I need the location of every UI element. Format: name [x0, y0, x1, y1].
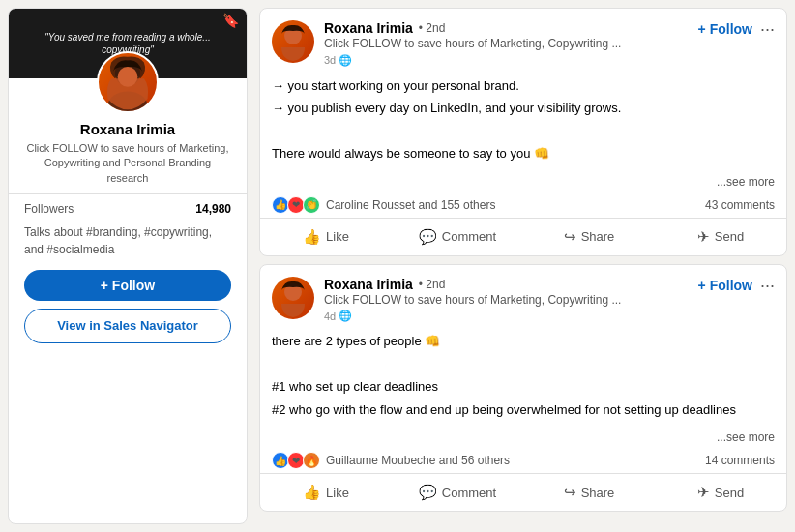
share-label-2: Share	[581, 486, 615, 500]
comment-label-1: Comment	[442, 229, 496, 244]
post-subtitle-2: Click FOLLOW to save hours of Marketing,…	[324, 293, 689, 309]
comment-label-2: Comment	[442, 486, 496, 500]
post-time-2: 4d 🌐	[324, 310, 689, 322]
followers-label: Followers	[24, 202, 74, 216]
post-actions-1: 👍 Like 💬 Comment ↪ Share ✈ Send	[260, 218, 786, 255]
send-button-2[interactable]: ✈ Send	[655, 476, 786, 509]
comments-count-1: 43 comments	[705, 198, 775, 212]
like-label-1: Like	[326, 229, 349, 244]
post-degree-2: • 2nd	[419, 278, 446, 291]
comment-icon-2: 💬	[419, 484, 437, 501]
post-more-button-2[interactable]: ···	[760, 277, 775, 294]
globe-icon-2: 🌐	[339, 310, 352, 322]
share-label-1: Share	[581, 229, 615, 244]
reaction-icons-2: 👍 ❤ 🔥 Guillaume Moubeche and 56 others	[272, 452, 510, 469]
followers-count: 14,980	[195, 202, 231, 216]
post-reactions-1: 👍 ❤ 👏 Caroline Rousset and 155 others 43…	[260, 192, 786, 218]
profile-info: Roxana Irimia Click FOLLOW to save hours…	[9, 113, 247, 186]
svg-point-2	[118, 67, 138, 87]
share-icon-1: ↪	[564, 228, 576, 246]
comments-count-2: 14 comments	[705, 454, 775, 467]
globe-icon-1: 🌐	[339, 54, 352, 67]
sales-navigator-button[interactable]: View in Sales Navigator	[24, 309, 231, 343]
post-meta-2: Roxana Irimia • 2nd Click FOLLOW to save…	[324, 277, 689, 323]
post-avatar-1	[272, 20, 314, 63]
comment-icon-1: 💬	[419, 228, 437, 246]
comment-button-1[interactable]: 💬 Comment	[392, 221, 523, 253]
send-icon-2: ✈	[697, 484, 710, 501]
post-follow-button-2[interactable]: + Follow	[698, 278, 752, 293]
share-button-2[interactable]: ↪ Share	[523, 476, 655, 509]
send-label-2: Send	[715, 486, 744, 500]
post-reactions-2: 👍 ❤ 🔥 Guillaume Moubeche and 56 others 1…	[260, 448, 786, 473]
post-header-2: Roxana Irimia • 2nd Click FOLLOW to save…	[260, 265, 786, 329]
share-button-1[interactable]: ↪ Share	[523, 221, 655, 253]
post-actions-2: 👍 Like 💬 Comment ↪ Share ✈ Send	[260, 473, 786, 511]
like-icon-1: 👍	[303, 228, 321, 246]
profile-panel: "You saved me from reading a whole... co…	[8, 8, 248, 524]
share-icon-2: ↪	[564, 484, 576, 501]
post-meta-1: Roxana Irimia • 2nd Click FOLLOW to save…	[324, 20, 689, 67]
post-author-row-2: Roxana Irimia • 2nd	[324, 277, 689, 292]
see-more-2[interactable]: ...see more	[260, 430, 786, 444]
followers-row: Followers 14,980	[9, 202, 247, 216]
post-author-name-1: Roxana Irimia	[324, 20, 413, 36]
like-button-2[interactable]: 👍 Like	[260, 476, 392, 509]
post-header-1: Roxana Irimia • 2nd Click FOLLOW to save…	[260, 9, 786, 73]
send-icon-1: ✈	[697, 228, 710, 246]
post-card-1: Roxana Irimia • 2nd Click FOLLOW to save…	[259, 8, 787, 256]
follow-button[interactable]: + Follow	[24, 270, 231, 301]
reaction-fire-2: 🔥	[303, 452, 320, 469]
avatar	[97, 51, 159, 113]
post-time-1: 3d 🌐	[324, 54, 689, 67]
like-label-2: Like	[326, 486, 349, 500]
post-card-2: Roxana Irimia • 2nd Click FOLLOW to save…	[259, 264, 787, 513]
feed-panel: Roxana Irimia • 2nd Click FOLLOW to save…	[259, 8, 787, 524]
post-body-1: → you start working on your personal bra…	[260, 73, 786, 175]
profile-name: Roxana Irimia	[24, 121, 231, 137]
see-more-1[interactable]: ...see more	[260, 175, 786, 189]
post-degree-1: • 2nd	[419, 21, 446, 35]
divider	[9, 193, 247, 194]
post-subtitle-1: Click FOLLOW to save hours of Marketing,…	[324, 37, 689, 52]
post-header-right-2: + Follow ···	[698, 277, 775, 294]
post-more-button-1[interactable]: ···	[760, 20, 775, 38]
reaction-celebrate-1: 👏	[303, 196, 320, 214]
send-button-1[interactable]: ✈ Send	[655, 221, 786, 253]
reaction-text-1: Caroline Rousset and 155 others	[326, 198, 495, 212]
reaction-text-2: Guillaume Moubeche and 56 others	[326, 454, 510, 467]
talks-about: Talks about #branding, #copywriting, and…	[9, 223, 247, 258]
reaction-icons-1: 👍 ❤ 👏 Caroline Rousset and 155 others	[272, 196, 495, 214]
post-author-row-1: Roxana Irimia • 2nd	[324, 20, 689, 36]
post-author-name-2: Roxana Irimia	[324, 277, 413, 292]
post-avatar-2	[272, 277, 314, 319]
post-follow-button-1[interactable]: + Follow	[698, 21, 752, 37]
avatar-container	[9, 51, 247, 113]
comment-button-2[interactable]: 💬 Comment	[392, 476, 523, 509]
bookmark-icon: 🔖	[222, 13, 239, 28]
post-body-2: there are 2 types of people 👊 #1 who set…	[260, 328, 786, 430]
post-header-right-1: + Follow ···	[698, 20, 775, 38]
like-button-1[interactable]: 👍 Like	[260, 221, 392, 253]
profile-description: Click FOLLOW to save hours of Marketing,…	[24, 141, 231, 186]
send-label-1: Send	[715, 229, 744, 244]
like-icon-2: 👍	[303, 484, 321, 501]
